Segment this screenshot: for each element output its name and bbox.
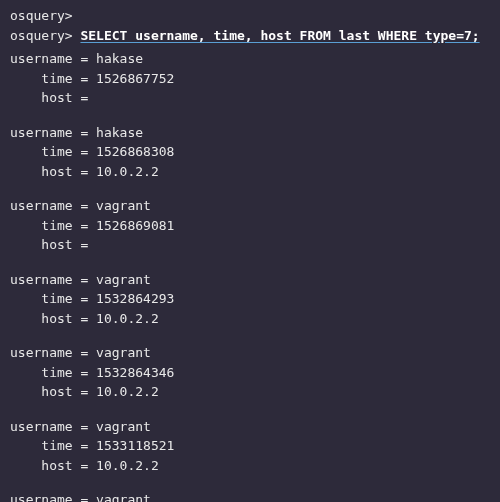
result-row-time: time = 1526868308 — [10, 142, 490, 162]
result-record: username = vagrant time = 1533134702 hos… — [10, 490, 490, 502]
result-record: username = vagrant time = 1533118521 hos… — [10, 417, 490, 476]
prompt-label: osquery> — [10, 6, 73, 26]
result-row-username: username = vagrant — [10, 343, 490, 363]
result-row-host: host = 10.0.2.2 — [10, 162, 490, 182]
result-row-username: username = hakase — [10, 123, 490, 143]
result-row-host: host = — [10, 88, 490, 108]
result-record: username = vagrant time = 1526869081 hos… — [10, 196, 490, 255]
sql-query: SELECT username, time, host FROM last WH… — [80, 26, 479, 46]
result-row-time: time = 1533118521 — [10, 436, 490, 456]
query-results: username = hakase time = 1526867752 host… — [10, 49, 490, 502]
result-row-time: time = 1526869081 — [10, 216, 490, 236]
result-record: username = vagrant time = 1532864293 hos… — [10, 270, 490, 329]
result-row-username: username = vagrant — [10, 417, 490, 437]
result-record: username = hakase time = 1526867752 host… — [10, 49, 490, 108]
prompt-line-empty: osquery> — [10, 6, 490, 26]
result-record: username = hakase time = 1526868308 host… — [10, 123, 490, 182]
result-row-time: time = 1532864346 — [10, 363, 490, 383]
result-row-username: username = hakase — [10, 49, 490, 69]
result-row-host: host = 10.0.2.2 — [10, 382, 490, 402]
result-row-time: time = 1526867752 — [10, 69, 490, 89]
result-row-time: time = 1532864293 — [10, 289, 490, 309]
result-record: username = vagrant time = 1532864346 hos… — [10, 343, 490, 402]
result-row-host: host = 10.0.2.2 — [10, 456, 490, 476]
result-row-host: host = — [10, 235, 490, 255]
result-row-host: host = 10.0.2.2 — [10, 309, 490, 329]
prompt-label: osquery> — [10, 26, 73, 46]
prompt-line-query: osquery> SELECT username, time, host FRO… — [10, 26, 490, 46]
result-row-username: username = vagrant — [10, 270, 490, 290]
result-row-username: username = vagrant — [10, 196, 490, 216]
result-row-username: username = vagrant — [10, 490, 490, 502]
